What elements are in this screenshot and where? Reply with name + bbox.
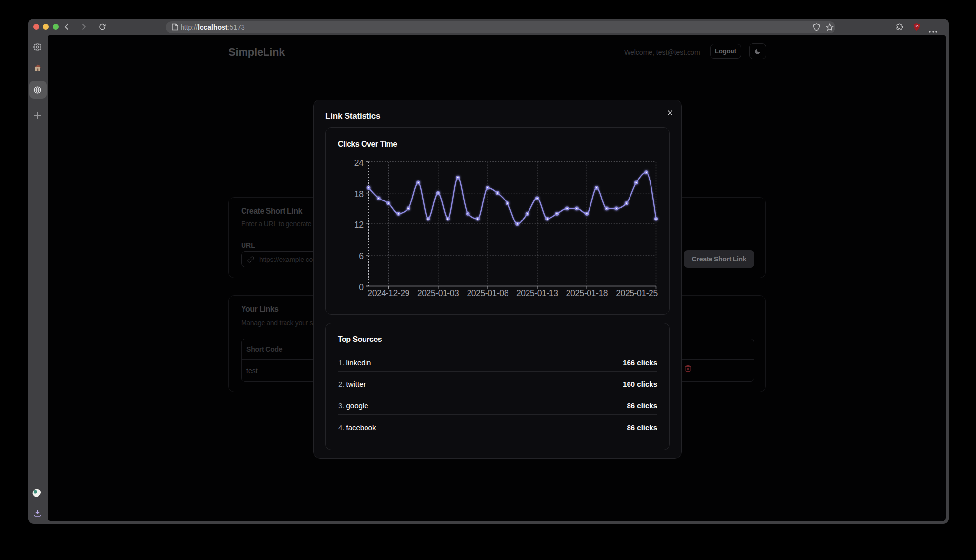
svg-text:12: 12 <box>354 220 364 230</box>
svg-text:2025-01-03: 2025-01-03 <box>417 288 459 298</box>
svg-text:UO: UO <box>915 25 918 28</box>
svg-text:0: 0 <box>359 282 364 292</box>
svg-text:2025-01-13: 2025-01-13 <box>516 288 558 298</box>
svg-text:2025-01-18: 2025-01-18 <box>566 288 608 298</box>
svg-text:2025-01-08: 2025-01-08 <box>467 288 508 298</box>
svg-text:24: 24 <box>354 158 364 168</box>
svg-text:6: 6 <box>359 251 363 261</box>
svg-text:2025-01-25: 2025-01-25 <box>616 288 658 298</box>
svg-text:2024-12-29: 2024-12-29 <box>367 288 409 298</box>
svg-text:18: 18 <box>354 189 364 199</box>
